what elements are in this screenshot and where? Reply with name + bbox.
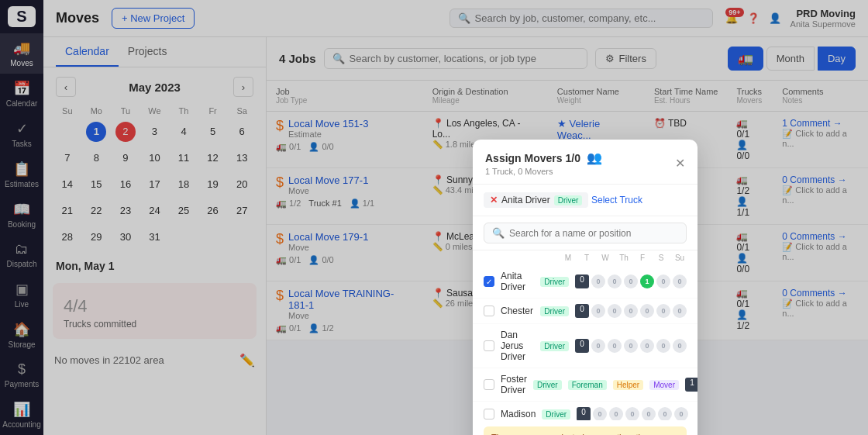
day-dot: 0: [656, 274, 670, 288]
mover-jobs-count: 0: [575, 304, 589, 318]
day-dot: 0: [608, 274, 622, 288]
modal-assigned-section: ✕ Anita Driver Driver Select Truck: [473, 185, 698, 216]
modal-title: Assign Movers 1/0: [485, 152, 580, 164]
mover-jobs-count: 1: [685, 378, 698, 392]
day-dot: 0: [674, 407, 688, 420]
mover-checkbox[interactable]: [484, 379, 494, 390]
mover-row: ChesterDriver0000000: [473, 299, 698, 324]
mover-row: Dan Jerus DriverDriver0000000: [473, 324, 698, 368]
day-dot: 0: [624, 304, 638, 318]
day-header-letter: M: [561, 254, 575, 262]
role-badge: Driver: [540, 306, 569, 316]
mover-jobs-count: 0: [575, 274, 589, 288]
day-dot: 0: [640, 339, 654, 353]
mover-jobs-count: 0: [575, 339, 589, 353]
modal-title-block: Assign Movers 1/0 👥 1 Truck, 0 Movers: [485, 150, 602, 176]
role-badge: Driver: [533, 380, 562, 390]
day-header-letter: W: [598, 254, 612, 262]
day-dot: 0: [673, 339, 687, 353]
assigned-role-badge: Driver: [554, 195, 583, 205]
mover-checkbox[interactable]: [484, 340, 494, 351]
mover-days-dots: 0000100: [575, 274, 687, 288]
day-header-letter: F: [636, 254, 649, 262]
modal-close-button[interactable]: ✕: [675, 156, 685, 171]
mover-jobs-count: 0: [577, 407, 591, 420]
day-dot: 0: [640, 304, 654, 318]
day-dot: 0: [673, 274, 687, 288]
mover-checkbox[interactable]: [484, 409, 494, 419]
modal-header: Assign Movers 1/0 👥 1 Truck, 0 Movers ✕: [473, 140, 698, 185]
mover-checkbox[interactable]: [484, 306, 494, 316]
day-dot: 0: [608, 339, 622, 353]
day-dot: 0: [624, 274, 638, 288]
mover-name: Foster Driver: [501, 374, 527, 395]
day-header-letter: T: [580, 254, 594, 262]
role-badge: Driver: [540, 341, 569, 351]
day-dot: 0: [591, 274, 605, 288]
day-dot: 0: [625, 407, 639, 420]
mover-days-dots: 0000000: [575, 339, 687, 353]
modal-movers-list: ✓Anita DriverDriver0000100ChesterDriver0…: [473, 265, 698, 420]
assign-movers-modal: Assign Movers 1/0 👥 1 Truck, 0 Movers ✕ …: [473, 140, 698, 435]
modal-days-header: MTWThFSSu: [473, 250, 698, 265]
day-dot: 0: [591, 339, 605, 353]
day-dot: 0: [608, 304, 622, 318]
day-dot: 0: [642, 407, 656, 420]
modal-search-inner: 🔍: [484, 223, 687, 243]
day-dot: 1: [640, 274, 654, 288]
day-dot: 0: [673, 304, 687, 318]
day-dot: 0: [593, 407, 607, 420]
role-badge: Foreman: [568, 380, 607, 390]
day-header-letter: Th: [617, 254, 631, 262]
mover-days-dots: 0000000: [577, 407, 688, 420]
extra-role-badge: Mover: [649, 380, 679, 390]
modal-overlay[interactable]: [0, 0, 868, 435]
day-dot: 0: [656, 339, 670, 353]
mover-row: MadisonDriver0000000: [473, 402, 698, 420]
warning-bar: There are more selected movers than the …: [484, 426, 687, 435]
mover-checkbox[interactable]: ✓: [484, 276, 494, 287]
day-header-letter: Su: [673, 254, 687, 262]
mover-row: Foster DriverDriverForemanHelperMover110…: [473, 368, 698, 402]
mover-name: Anita Driver: [501, 271, 534, 292]
movers-icon: 👥: [587, 150, 602, 165]
extra-role-badge: Helper: [613, 380, 643, 390]
role-badge: Driver: [542, 409, 570, 419]
day-dot: 0: [609, 407, 623, 420]
mover-days-dots: 1100000: [685, 378, 698, 392]
day-dot: 0: [591, 304, 605, 318]
mover-name: Dan Jerus Driver: [501, 330, 534, 362]
mover-days-dots: 0000000: [575, 304, 687, 318]
select-truck-link[interactable]: Select Truck: [591, 195, 642, 205]
day-dot: 0: [624, 339, 638, 353]
modal-search-section: 🔍: [473, 216, 698, 250]
assigned-name: Anita Driver: [501, 195, 550, 205]
modal-subtitle: 1 Truck, 0 Movers: [485, 167, 602, 176]
modal-search-input[interactable]: [509, 228, 678, 239]
mover-name: Chester: [501, 306, 534, 316]
assigned-person-tag: ✕ Anita Driver Driver: [484, 192, 588, 208]
modal-search-icon: 🔍: [492, 227, 505, 239]
mover-row: ✓Anita DriverDriver0000100: [473, 265, 698, 299]
day-header-letter: S: [654, 254, 668, 262]
remove-assigned-button[interactable]: ✕: [490, 195, 498, 205]
day-dot: 0: [656, 304, 670, 318]
day-dot: 0: [658, 407, 672, 420]
mover-name: Madison: [501, 409, 536, 419]
role-badge: Driver: [540, 277, 569, 287]
